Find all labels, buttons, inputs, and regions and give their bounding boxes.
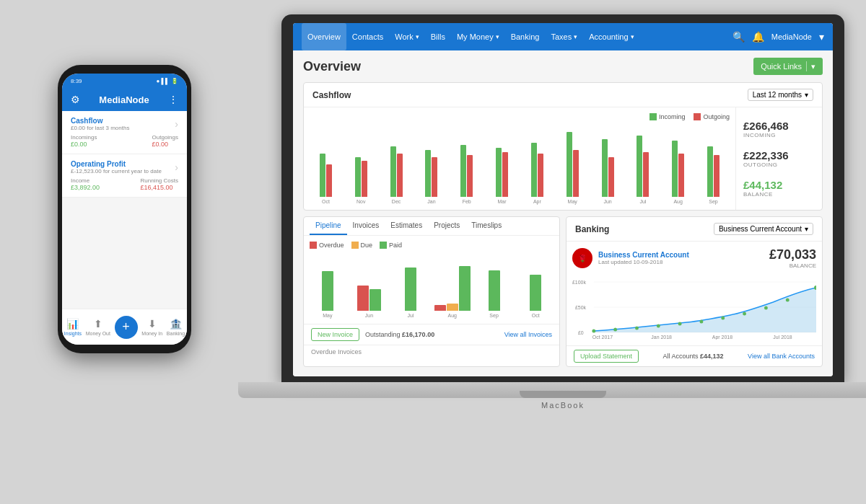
nav-overview[interactable]: Overview: [302, 23, 346, 50]
incoming-bar: [496, 148, 502, 197]
outgoing-bar: [538, 154, 543, 197]
svg-text:Apr 2018: Apr 2018: [712, 335, 732, 340]
bank-chart-svg: £100k £50k £0: [572, 275, 816, 340]
phone-settings-icon[interactable]: ⚙: [71, 94, 80, 105]
all-accounts-text: All Accounts £44,132: [663, 353, 724, 360]
user-arrow-icon[interactable]: ▾: [819, 31, 824, 43]
view-all-banks-link[interactable]: View all Bank Accounts: [748, 353, 815, 360]
upload-statement-button[interactable]: Upload Statement: [574, 350, 639, 363]
incoming-label: INCOMING: [743, 132, 815, 138]
svg-text:Oct 2017: Oct 2017: [592, 335, 613, 340]
invoice-month-label: Oct: [532, 313, 540, 318]
insights-icon: 📊: [66, 318, 79, 330]
page-header: Overview Quick Links ▾: [303, 58, 823, 75]
outgoing-bar: [397, 154, 403, 197]
invoice-month-label: May: [323, 313, 332, 318]
phone-nav-money-in[interactable]: ⬇ Money In: [141, 318, 162, 336]
phone-app-title: MediaNode: [99, 94, 149, 105]
svg-text:£100k: £100k: [572, 280, 586, 285]
svg-point-9: [657, 324, 660, 328]
tab-projects[interactable]: Projects: [428, 217, 465, 235]
svg-text:Jan 2018: Jan 2018: [651, 335, 672, 340]
overdue-invoices-bar: Overdue Invoices: [304, 345, 559, 358]
overdue-dot: [310, 242, 317, 249]
cashflow-card: Cashflow Last 12 months ▾: [303, 82, 823, 211]
quick-links-button[interactable]: Quick Links ▾: [753, 58, 823, 75]
phone-nav-money-out[interactable]: ⬆ Money Out: [86, 318, 110, 336]
invoice-footer: New Invoice Outstanding £16,170.00 View …: [304, 324, 559, 345]
nav-work[interactable]: Work ▾: [389, 23, 424, 50]
phone-fab-button[interactable]: +: [115, 316, 138, 339]
bank-balance: £70,033 BALANCE: [769, 247, 816, 269]
phone-screen: 8:39 ● ▌▌ 🔋 ⚙ MediaNode ⋮ Cashflow £0.00…: [62, 74, 187, 345]
cashflow-bar-group: Apr: [521, 143, 554, 204]
paid-bar: [405, 268, 416, 311]
notification-icon[interactable]: 🔔: [752, 31, 764, 43]
page-content: Overview Quick Links ▾ Cashflow: [293, 50, 833, 376]
paid-bar: [530, 275, 541, 311]
nav-accounting[interactable]: Accounting ▾: [583, 23, 639, 50]
phone-cashflow-title: Cashflow: [71, 117, 129, 125]
due-legend: Due: [351, 242, 373, 249]
svg-point-13: [743, 312, 746, 316]
outgoing-bar: [362, 161, 367, 197]
cashflow-bar-group: Jul: [626, 136, 659, 204]
nav-banking[interactable]: Banking: [505, 23, 546, 50]
incoming-bar: [390, 146, 396, 197]
tab-timeslips[interactable]: Timeslips: [465, 217, 507, 235]
tab-pipeline[interactable]: Pipeline: [310, 217, 347, 235]
cashflow-stats: £266,468 INCOMING £222,336 OUTGOING £44,…: [735, 107, 822, 210]
balance-label: BALANCE: [743, 191, 815, 198]
incoming-value: £266,468: [743, 120, 815, 132]
bank-footer: Upload Statement All Accounts £44,132 Vi…: [567, 345, 822, 366]
phone-profit-chevron[interactable]: ›: [175, 162, 178, 173]
outgoing-bar: [643, 152, 649, 197]
incoming-dot: [650, 113, 657, 120]
phone-cashflow-card[interactable]: Cashflow £0.00 for last 3 months › Incom…: [62, 111, 187, 154]
tab-estimates[interactable]: Estimates: [385, 217, 428, 235]
phone-profit-card[interactable]: Operating Profit £-12,523.00 for current…: [62, 154, 187, 198]
nav-bills[interactable]: Bills: [425, 23, 451, 50]
money-in-icon: ⬇: [148, 318, 157, 330]
laptop-body: Overview Contacts Work ▾ Bills My Money: [281, 14, 844, 382]
laptop-screen: Overview Contacts Work ▾ Bills My Money: [293, 23, 833, 376]
invoice-bar-group: Jun: [351, 253, 388, 318]
phone-outgoings: Outgoings £0.00: [152, 134, 178, 148]
invoice-bar-group: Jul: [393, 253, 429, 318]
account-selector[interactable]: Business Current Account ▾: [714, 223, 813, 235]
svg-text:Jul 2018: Jul 2018: [773, 335, 792, 340]
bar-month-label: Mar: [498, 199, 507, 204]
nav-taxes[interactable]: Taxes ▾: [545, 23, 583, 50]
tab-invoices[interactable]: Invoices: [347, 217, 385, 235]
new-invoice-button[interactable]: New Invoice: [311, 328, 359, 341]
invoice-bar-group: Oct: [517, 253, 554, 318]
dropdown-arrow-icon: ▾: [811, 62, 815, 71]
search-icon[interactable]: 🔍: [732, 31, 745, 43]
tab-bar: Pipeline Invoices Estimates Projects Tim…: [304, 217, 559, 236]
scene: 8:39 ● ▌▌ 🔋 ⚙ MediaNode ⋮ Cashflow £0.00…: [0, 0, 866, 504]
bar-month-label: Apr: [533, 199, 541, 204]
laptop-label: MacBook: [281, 401, 844, 410]
period-select[interactable]: Last 12 months ▾: [748, 89, 813, 101]
view-all-invoices-link[interactable]: View all Invoices: [504, 331, 552, 338]
nav-my-money[interactable]: My Money ▾: [451, 23, 505, 50]
cashflow-bar-group: May: [556, 132, 589, 204]
nav-contacts[interactable]: Contacts: [346, 23, 389, 50]
phone-nav-insights[interactable]: 📊 Insights: [64, 318, 82, 336]
bank-account-info: 🌹 Business Current Account Last updated …: [572, 248, 689, 268]
outgoing-bar: [714, 155, 720, 197]
phone-cashflow-chevron[interactable]: ›: [175, 118, 178, 130]
cashflow-chart-area: Incoming Outgoing OctNovDecJanFebMarAprM…: [304, 107, 735, 210]
bar-month-label: Feb: [463, 199, 471, 204]
phone-more-icon[interactable]: ⋮: [168, 94, 178, 105]
cashflow-bar-group: Nov: [345, 157, 377, 204]
incoming-bar: [320, 154, 325, 197]
overdue-bar: [357, 286, 369, 311]
cashflow-bar-group: Mar: [486, 148, 518, 204]
invoices-card: Pipeline Invoices Estimates Projects Tim…: [303, 216, 560, 367]
phone-nav-banking[interactable]: 🏦 Banking: [167, 318, 185, 336]
svg-text:£50k: £50k: [575, 305, 587, 310]
balance-value: £44,132: [743, 179, 815, 191]
user-menu[interactable]: MediaNode: [771, 32, 812, 41]
phone-profit-stats: Income £3,892.00 Running Costs £16,415.0…: [71, 177, 178, 191]
